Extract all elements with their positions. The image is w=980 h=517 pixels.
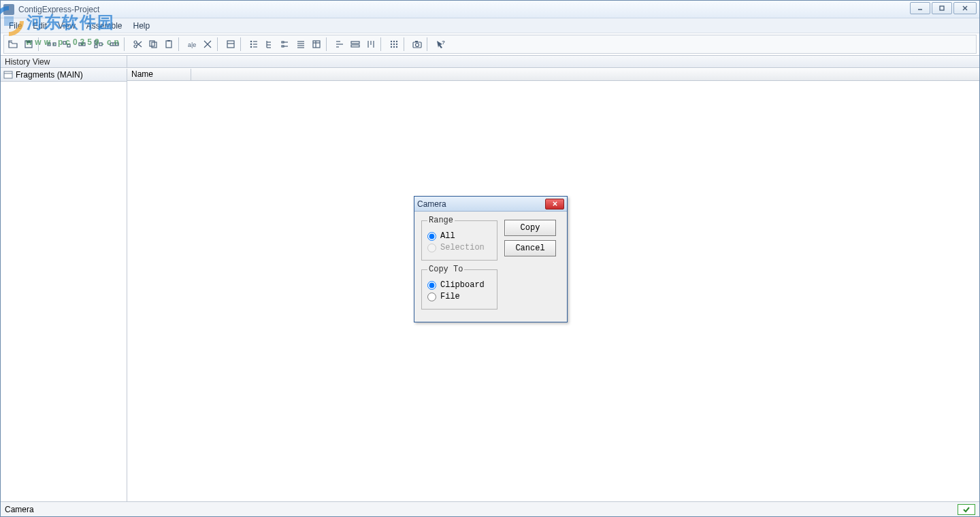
copy-icon <box>148 39 159 50</box>
svg-rect-56 <box>351 41 359 44</box>
svg-rect-15 <box>99 43 102 46</box>
svg-rect-42 <box>282 41 284 43</box>
menu-file[interactable]: File <box>3 20 27 32</box>
props-icon <box>225 39 236 50</box>
status-text: Camera <box>5 505 34 514</box>
dialog-body: Range All Selection Copy To Clipboard <box>414 212 567 322</box>
svg-point-64 <box>391 44 392 45</box>
status-indicator[interactable] <box>958 504 975 515</box>
maximize-button[interactable] <box>932 2 952 14</box>
rename-button[interactable]: a|e <box>184 37 199 52</box>
radio-clipboard[interactable] <box>427 281 436 290</box>
delete-button[interactable] <box>200 37 215 52</box>
open-folder-button[interactable] <box>5 37 20 52</box>
svg-rect-8 <box>63 41 66 44</box>
svg-point-19 <box>134 45 137 48</box>
minimize-icon <box>917 5 924 12</box>
cancel-button[interactable]: Cancel <box>504 240 556 256</box>
details-button[interactable] <box>309 37 324 52</box>
radio-all[interactable] <box>427 232 436 241</box>
scissors-button[interactable] <box>130 37 145 52</box>
toolbar: a|e? <box>3 35 977 54</box>
assemble-5-button[interactable] <box>107 37 122 52</box>
delete-icon <box>202 39 213 50</box>
assemble-1-icon <box>46 39 57 50</box>
radio-row-clipboard[interactable]: Clipboard <box>427 280 491 290</box>
sidebar-item-fragments[interactable]: Fragments (MAIN) <box>1 69 127 82</box>
save-button[interactable] <box>21 37 36 52</box>
copy-button[interactable] <box>146 37 161 52</box>
svg-point-66 <box>396 44 397 45</box>
toolbar-separator <box>404 37 408 51</box>
whatsthis-button[interactable]: ? <box>433 37 448 52</box>
assemble-3-button[interactable] <box>76 37 91 52</box>
menu-edit[interactable]: Edit <box>27 20 52 32</box>
align-left-icon <box>334 39 345 50</box>
assemble-1-button[interactable] <box>44 37 59 52</box>
dialog-right-column: Copy Cancel <box>504 216 560 256</box>
statusbar: Camera <box>1 501 979 516</box>
camera-button[interactable] <box>410 37 425 52</box>
copy-button[interactable]: Copy <box>504 220 556 236</box>
svg-rect-25 <box>166 41 172 48</box>
svg-rect-14 <box>95 45 97 48</box>
tree-med-button[interactable] <box>262 37 277 52</box>
radio-selection-label: Selection <box>440 243 485 252</box>
check-icon <box>962 506 970 513</box>
svg-rect-50 <box>313 41 320 48</box>
fieldset-copyto: Copy To Clipboard File <box>421 265 497 310</box>
align-seq-button[interactable] <box>348 37 363 52</box>
column-header-name[interactable]: Name <box>127 69 191 80</box>
toolbar-separator <box>217 37 221 51</box>
radio-row-file[interactable]: File <box>427 292 491 301</box>
paste-icon <box>163 39 174 50</box>
radio-row-all[interactable]: All <box>427 231 491 241</box>
dialog-left-column: Range All Selection Copy To Clipboard <box>421 216 497 310</box>
menubar: File Edit View Assemble Help <box>1 18 979 33</box>
align-vert-button[interactable] <box>363 37 378 52</box>
toolbar-separator <box>38 37 42 51</box>
align-left-button[interactable] <box>332 37 347 52</box>
tree-small-button[interactable] <box>246 37 261 52</box>
minimize-button[interactable] <box>910 2 930 14</box>
svg-point-33 <box>250 44 252 46</box>
dialog-close-button[interactable] <box>545 199 564 210</box>
menu-help[interactable]: Help <box>128 20 156 32</box>
svg-point-63 <box>396 41 397 42</box>
history-view-header: History View <box>1 56 127 67</box>
close-button[interactable] <box>953 2 977 14</box>
app-icon <box>3 4 14 15</box>
list-button[interactable] <box>293 37 308 52</box>
details-icon <box>311 39 322 50</box>
radio-file[interactable] <box>427 293 436 301</box>
camera-dialog: Camera Range All Selection Copy To <box>414 196 568 322</box>
svg-point-68 <box>393 46 395 48</box>
menu-view[interactable]: View <box>52 20 81 32</box>
save-icon <box>23 39 34 50</box>
menu-assemble[interactable]: Assemble <box>81 20 128 32</box>
window-controls <box>910 2 977 14</box>
tree-large-button[interactable] <box>278 37 293 52</box>
list-icon <box>295 39 306 50</box>
paste-button[interactable] <box>161 37 176 52</box>
column-header-row: Name <box>127 69 979 81</box>
grid-button[interactable] <box>387 37 402 52</box>
fieldset-range: Range All Selection <box>421 216 497 261</box>
close-icon <box>962 5 968 12</box>
legend-range: Range <box>427 216 455 225</box>
svg-point-32 <box>250 41 252 43</box>
assemble-2-button[interactable] <box>60 37 75 52</box>
fragments-icon <box>3 71 13 79</box>
svg-rect-9 <box>67 44 70 47</box>
svg-rect-1 <box>940 6 944 10</box>
titlebar: ContigExpress-Project <box>1 1 979 18</box>
right-panel-header <box>127 56 979 67</box>
tree-large-icon <box>280 39 291 50</box>
props-button[interactable] <box>223 37 238 52</box>
maximize-icon <box>938 5 945 12</box>
svg-point-71 <box>416 44 419 47</box>
assemble-4-button[interactable] <box>91 37 106 52</box>
radio-all-label: All <box>440 231 455 241</box>
svg-rect-30 <box>227 41 234 48</box>
scissors-icon <box>132 39 143 50</box>
